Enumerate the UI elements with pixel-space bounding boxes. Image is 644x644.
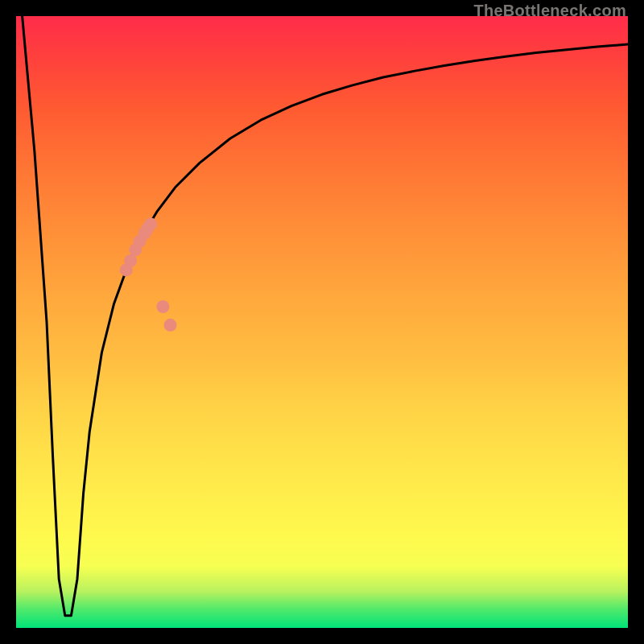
highlight-dots [120, 217, 177, 331]
highlight-dot [144, 217, 157, 230]
chart-frame: TheBottleneck.com [0, 0, 644, 644]
watermark-text: TheBottleneck.com [473, 2, 626, 20]
plot-area [16, 16, 628, 628]
highlight-dot [124, 254, 137, 267]
highlight-dot [156, 300, 169, 313]
curve-svg [16, 16, 628, 628]
highlight-dot [164, 319, 177, 332]
bottleneck-curve [23, 16, 628, 616]
